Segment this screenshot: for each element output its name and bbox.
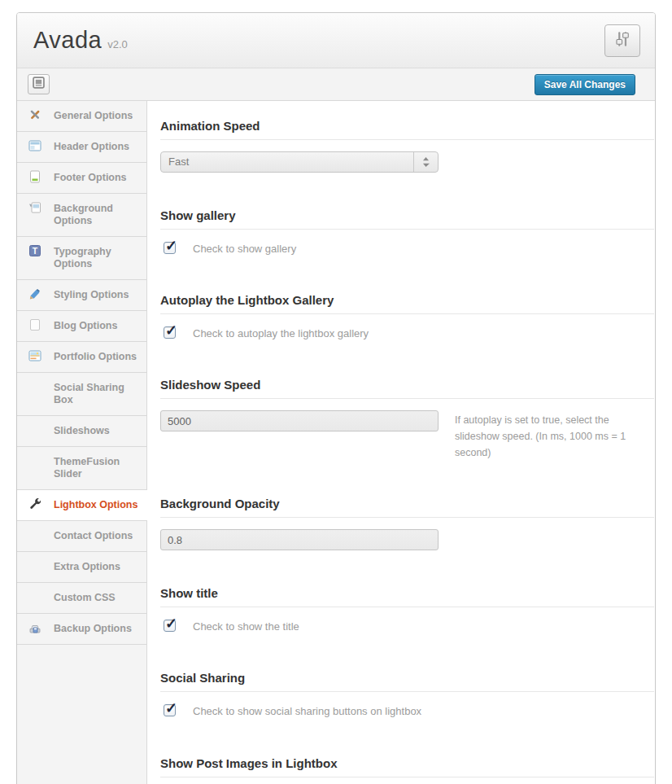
top-toolbar: Save All Changes	[17, 68, 655, 101]
backup-icon	[28, 621, 41, 634]
panel-header: Avada v2.0	[17, 13, 655, 68]
select-spinner-icon	[413, 152, 438, 172]
sidebar-item-general-options[interactable]: General Options	[17, 101, 146, 132]
sidebar-item-label: Slideshows	[54, 425, 110, 436]
checkbox-row: Check to show social sharing buttons on …	[160, 703, 654, 720]
options-sidebar: General Options Header Options	[17, 101, 147, 784]
social-sharing-checkbox[interactable]	[164, 704, 176, 716]
field-row	[160, 529, 654, 550]
panel-body: General Options Header Options	[17, 101, 655, 784]
sidebar-item-label: Blog Options	[54, 320, 117, 331]
section-heading: Background Opacity	[160, 497, 654, 518]
field-row: If autoplay is set to true, select the s…	[160, 410, 654, 461]
sidebar-item-blog-options[interactable]: Blog Options	[17, 311, 146, 342]
autoplay-lightbox-checkbox[interactable]	[164, 326, 176, 339]
sidebar-item-backup-options[interactable]: Backup Options	[17, 614, 146, 645]
header-icon	[28, 139, 41, 152]
section-heading: Show Post Images in Lightbox	[160, 756, 654, 777]
section-heading: Show gallery	[160, 208, 654, 230]
footer-icon	[28, 170, 41, 183]
slideshow-speed-input[interactable]	[160, 410, 439, 431]
sidebar-item-label: Typography Options	[54, 246, 111, 269]
sidebar-item-label: Footer Options	[54, 172, 127, 183]
sidebar-item-label: Extra Options	[54, 561, 120, 572]
sidebar-item-contact-options[interactable]: Contact Options	[17, 521, 146, 552]
blog-icon	[28, 318, 41, 331]
typography-icon: T	[28, 244, 41, 257]
section-show-post-images: Show Post Images in Lightbox Check to sh…	[160, 756, 654, 784]
section-slideshow-speed: Slideshow Speed If autoplay is set to tr…	[160, 378, 654, 461]
sidebar-item-extra-options[interactable]: Extra Options	[17, 552, 146, 583]
sliders-icon	[613, 30, 631, 51]
sidebar-item-lightbox-options[interactable]: Lightbox Options	[17, 490, 147, 521]
checkbox-row: Check to autoplay the lightbox gallery	[160, 326, 654, 342]
brand: Avada v2.0	[33, 27, 128, 54]
monitor-icon	[33, 77, 45, 92]
background-icon	[28, 201, 41, 214]
sidebar-item-label: Backup Options	[54, 623, 132, 634]
background-opacity-input[interactable]	[160, 529, 439, 550]
section-show-title: Show title Check to show the title	[160, 586, 654, 635]
section-animation-speed: Animation Speed Fast	[160, 119, 654, 173]
field-description: If autoplay is set to true, select the s…	[455, 412, 654, 461]
section-show-gallery: Show gallery Check to show gallery	[160, 208, 654, 257]
sidebar-item-label: Portfolio Options	[54, 351, 137, 362]
animation-speed-select[interactable]: Fast	[160, 151, 439, 173]
tools-icon	[28, 108, 41, 121]
save-all-changes-button-top[interactable]: Save All Changes	[535, 74, 635, 95]
sidebar-item-label: ThemeFusion Slider	[54, 456, 120, 480]
collapse-panel-button[interactable]	[28, 74, 50, 94]
app-version: v2.0	[107, 38, 128, 50]
section-social-sharing: Social Sharing Check to show social shar…	[160, 671, 654, 720]
section-autoplay-lightbox-gallery: Autoplay the Lightbox Gallery Check to a…	[160, 293, 654, 342]
sidebar-item-portfolio-options[interactable]: Portfolio Options	[17, 342, 146, 373]
section-background-opacity: Background Opacity	[160, 497, 654, 550]
section-heading: Slideshow Speed	[160, 378, 654, 399]
sidebar-item-label: Custom CSS	[54, 592, 116, 603]
checkbox-label: Check to show gallery	[193, 241, 296, 257]
svg-text:T: T	[33, 246, 38, 256]
options-panel-button[interactable]	[604, 24, 640, 57]
wrench-icon	[28, 497, 41, 510]
sidebar-item-label: Lightbox Options	[54, 499, 137, 510]
section-heading: Social Sharing	[160, 671, 654, 692]
checkbox-label: Check to autoplay the lightbox gallery	[193, 326, 369, 342]
sidebar-item-label: Background Options	[54, 203, 113, 226]
checkbox-label: Check to show social sharing buttons on …	[193, 703, 421, 720]
sidebar-item-social-sharing-box[interactable]: Social Sharing Box	[17, 373, 146, 416]
sidebar-item-styling-options[interactable]: Styling Options	[17, 280, 146, 311]
section-heading: Animation Speed	[160, 119, 654, 140]
show-gallery-checkbox[interactable]	[164, 242, 176, 254]
select-value: Fast	[168, 155, 189, 168]
sidebar-item-slideshows[interactable]: Slideshows	[17, 416, 146, 447]
sidebar-item-footer-options[interactable]: Footer Options	[17, 163, 146, 194]
checkbox-row: Check to show gallery	[160, 241, 654, 257]
checkbox-row: Check to show the title	[160, 619, 654, 635]
sidebar-item-label: Styling Options	[54, 289, 129, 300]
section-heading: Autoplay the Lightbox Gallery	[160, 293, 654, 314]
section-heading: Show title	[160, 586, 654, 607]
app-title: Avada	[33, 27, 102, 54]
sidebar-item-custom-css[interactable]: Custom CSS	[17, 583, 146, 614]
checkbox-label: Check to show the title	[193, 619, 299, 635]
portfolio-icon	[28, 349, 41, 362]
theme-options-panel: Avada v2.0 Sav	[16, 12, 656, 784]
sidebar-item-themefusion-slider[interactable]: ThemeFusion Slider	[17, 447, 146, 490]
sidebar-item-label: Social Sharing Box	[54, 382, 124, 405]
sidebar-item-header-options[interactable]: Header Options	[17, 132, 146, 163]
sidebar-item-label: Contact Options	[54, 530, 133, 541]
show-title-checkbox[interactable]	[164, 620, 176, 632]
styling-icon	[28, 287, 41, 300]
options-content: Animation Speed Fast Show gallery	[147, 101, 656, 784]
sidebar-item-typography-options[interactable]: T Typography Options	[17, 237, 146, 280]
sidebar-item-label: General Options	[54, 110, 133, 121]
sidebar-item-label: Header Options	[54, 141, 129, 152]
sidebar-item-background-options[interactable]: Background Options	[17, 194, 146, 237]
